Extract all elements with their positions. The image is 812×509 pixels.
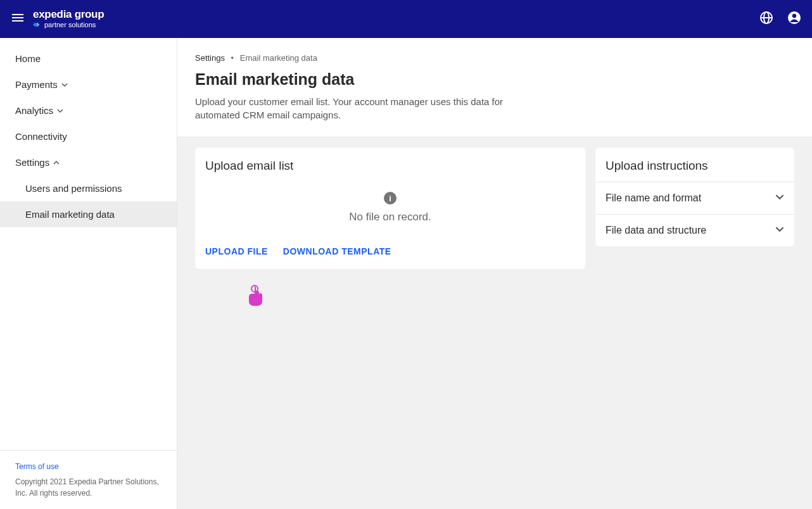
accordion-item-file-data-and-structure[interactable]: File data and structure [595,215,794,246]
logo-mark-icon [33,20,42,29]
globe-icon [759,10,774,25]
main-content: Settings • Email marketing data Email ma… [177,38,812,509]
sidebar-item-connectivity[interactable]: Connectivity [0,123,177,149]
sidebar-item-analytics[interactable]: Analytics [0,97,177,123]
sidebar-nav: HomePaymentsAnalyticsConnectivitySetting… [0,38,177,227]
logo-subtitle: partner solutions [44,21,96,28]
breadcrumb-parent[interactable]: Settings [195,53,225,63]
accordion-item-file-name-and-format[interactable]: File name and format [595,182,794,215]
header-right [759,10,802,28]
chevron-down-icon [61,81,69,89]
sidebar-item-label: Connectivity [15,131,67,142]
header-left: expedia group partner solutions [10,9,104,30]
sidebar-item-settings[interactable]: Settings [0,149,177,175]
sidebar-item-label: Home [15,53,41,64]
hamburger-icon [10,10,25,25]
terms-of-use-link[interactable]: Terms of use [15,461,162,472]
chevron-down-icon [775,225,784,236]
sidebar-item-payments[interactable]: Payments [0,72,177,97]
breadcrumb-separator: • [231,53,234,63]
chevron-down-icon [775,192,784,204]
accordion-item-label: File name and format [606,192,701,204]
svg-rect-0 [12,14,23,15]
svg-rect-2 [12,20,23,22]
upload-instructions-card: Upload instructions File name and format… [595,148,794,246]
download-template-button[interactable]: Download Template [283,246,391,256]
logo-title: expedia group [33,9,104,21]
instructions-card-title: Upload instructions [595,148,794,182]
page-description: Upload your customer email list. Your ac… [195,95,550,122]
sidebar-item-users-and-permissions[interactable]: Users and permissions [0,175,177,201]
logo: expedia group partner solutions [33,9,104,30]
upload-file-button[interactable]: Upload File [205,246,268,256]
language-button[interactable] [759,10,774,28]
app-header: expedia group partner solutions [0,0,812,38]
content-area: Upload email list i No file on record. U… [177,137,812,279]
copyright-text: Copyright 2021 Expedia Partner Solutions… [15,477,159,498]
account-icon [787,10,802,25]
accordion-item-label: File data and structure [606,225,706,236]
upload-email-list-card: Upload email list i No file on record. U… [195,148,585,269]
svg-point-9 [792,14,796,18]
no-file-text: No file on record. [205,211,575,223]
breadcrumb: Settings • Email marketing data [195,53,794,63]
logo-subtitle-row: partner solutions [33,20,104,29]
sidebar-item-home[interactable]: Home [0,46,177,72]
account-button[interactable] [787,10,802,28]
sidebar-item-label: Payments [15,79,58,90]
upload-card-title: Upload email list [195,148,585,173]
sidebar-item-label: Analytics [15,105,53,116]
sidebar-item-label: Settings [15,157,49,168]
main-header: Settings • Email marketing data Email ma… [177,38,812,137]
info-icon: i [384,192,396,204]
upload-card-body: i No file on record. [195,173,585,239]
breadcrumb-current: Email marketing data [240,53,317,63]
svg-rect-1 [12,17,23,18]
sidebar-item-email-marketing-data[interactable]: Email marketing data [0,201,177,227]
hamburger-menu-button[interactable] [10,10,25,28]
sidebar-footer: Terms of use Copyright 2021 Expedia Part… [0,450,177,509]
page-title: Email marketing data [195,70,794,89]
layout: HomePaymentsAnalyticsConnectivitySetting… [0,38,812,509]
chevron-up-icon [53,159,61,167]
sidebar: HomePaymentsAnalyticsConnectivitySetting… [0,38,177,509]
sidebar-item-label: Email marketing data [25,209,115,220]
upload-card-actions: Upload File Download Template [195,239,585,269]
chevron-down-icon [57,107,65,115]
sidebar-item-label: Users and permissions [25,183,122,194]
